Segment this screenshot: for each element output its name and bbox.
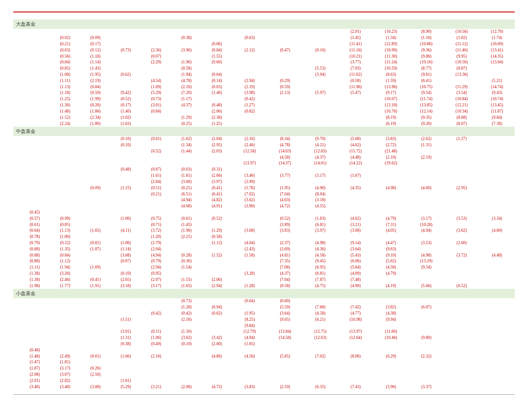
cell-1-13-0 [13, 215, 20, 222]
chart-title [13, 9, 515, 12]
cell-0-3-9: (0.47) [267, 47, 303, 53]
cell-2-12-2: (3.07) [50, 372, 80, 378]
cell-0-5-0 [13, 59, 20, 66]
cell-2-5-5: (0.11) [141, 329, 171, 335]
cell-1-6-9: (3.77) [267, 173, 303, 179]
cell-1-10-0 [13, 197, 20, 203]
cell-0-0-15: (12.76) [479, 29, 515, 35]
cell-1-3-4 [111, 154, 141, 160]
cell-1-10-9: (4.63) [267, 197, 303, 203]
cell-1-17-10: (4.98) [303, 240, 338, 246]
cell-1-17-3: (0.81) [80, 240, 110, 246]
cell-0-12-12: (13.18) [373, 102, 409, 109]
cell-2-9-4: (1.66) [111, 353, 141, 359]
cell-1-8-5: (0.51) [141, 185, 171, 191]
cell-1-11-12 [373, 203, 409, 210]
cell-0-3-3: (0.12) [80, 47, 110, 53]
cell-1-1-10: (4.21) [303, 142, 338, 148]
cell-1-6-15 [479, 173, 515, 179]
cell-0-2-5 [141, 41, 171, 47]
cell-2-13-12 [373, 377, 409, 384]
cell-0-10-6: (7.20) [171, 90, 201, 96]
cell-0-0-9 [267, 29, 303, 35]
cell-0-10-12: (9.17) [373, 90, 409, 96]
cell-0-5-3: (1.14) [80, 59, 110, 66]
cell-2-5-6: (1.56) [171, 329, 201, 335]
cell-2-14-2: (3.40) [50, 384, 80, 390]
cell-2-14-3: (3.06) [80, 384, 110, 390]
cell-1-0-5: (0.61) [141, 136, 171, 142]
cell-1-14-6: (1.45) [171, 222, 201, 228]
cell-1-23-6: (1.55) [171, 276, 201, 283]
cell-1-2-4 [111, 148, 141, 154]
cell-0-2-0 [13, 41, 20, 47]
table-row: (0.68)(1.35)(1.07)(1.14)(2.04)(2.43)(3.6… [13, 246, 515, 252]
cell-0-11-9 [267, 96, 303, 102]
cell-1-4-0 [13, 160, 20, 167]
cell-1-2-1 [20, 148, 50, 154]
cell-1-17-5: (2.79) [141, 240, 171, 246]
cell-1-12-10 [303, 209, 338, 215]
cell-2-5-9: (13.84) [267, 329, 303, 335]
cell-1-13-7: (0.52) [202, 215, 232, 222]
cell-1-5-13 [409, 167, 444, 173]
cell-0-2-15: (10.69) [479, 41, 515, 47]
cell-1-0-6: (1.62) [171, 136, 201, 142]
cell-2-0-15 [479, 298, 515, 304]
cell-2-4-1 [20, 323, 50, 329]
cell-1-5-9 [267, 167, 303, 173]
cell-0-14-5 [141, 114, 171, 121]
cell-2-14-13: (3.37) [409, 384, 444, 390]
cell-2-11-0 [13, 366, 20, 372]
cell-0-0-2 [50, 29, 80, 35]
cell-1-19-14: (3.72) [444, 252, 479, 258]
cell-1-12-11 [338, 209, 373, 215]
cell-2-4-2 [50, 323, 80, 329]
cell-1-4-1 [20, 160, 50, 167]
cell-1-12-13 [409, 209, 444, 215]
cell-1-23-15 [479, 276, 515, 283]
cell-2-1-8 [232, 304, 267, 311]
cell-1-20-10: (9.45) [303, 258, 338, 264]
cell-0-5-5: (2.29) [141, 59, 171, 66]
cell-0-3-12: (10.99) [373, 47, 409, 53]
cell-1-23-12 [373, 276, 409, 283]
cell-0-6-0 [13, 66, 20, 72]
cell-2-7-11 [338, 341, 373, 347]
cell-1-14-8 [232, 222, 267, 228]
cell-0-9-12: (13.96) [373, 84, 409, 90]
cell-0-8-12: (1.59) [373, 78, 409, 84]
cell-1-17-15 [479, 240, 515, 246]
cell-0-7-6: (1.94) [171, 72, 201, 78]
cell-0-11-2: (1.25) [50, 96, 80, 102]
cell-0-8-13: (6.41) [409, 78, 444, 84]
cell-1-8-11: (4.35) [338, 185, 373, 191]
cell-2-11-1: (1.87) [20, 366, 50, 372]
cell-0-14-9 [267, 114, 303, 121]
cell-0-2-9 [267, 41, 303, 47]
cell-2-13-0 [13, 377, 20, 384]
cell-0-12-9 [267, 102, 303, 109]
cell-1-10-7: (4.82) [202, 197, 232, 203]
cell-1-15-8: (3.08) [232, 228, 267, 234]
table-row: (0.48)(0.67)(0.03)(0.31) [13, 167, 515, 173]
cell-1-24-15 [479, 283, 515, 289]
cell-2-13-10 [303, 377, 338, 384]
cell-1-14-7 [202, 222, 232, 228]
cell-1-7-11 [338, 179, 373, 185]
cell-1-3-11: (4.48) [338, 154, 373, 160]
cell-1-8-13: (4.60) [409, 185, 444, 191]
cell-1-21-6: (1.54) [171, 264, 201, 271]
cell-0-0-12: (10.23) [373, 29, 409, 35]
cell-0-1-7 [202, 35, 232, 41]
cell-1-13-5: (0.75) [141, 215, 171, 222]
cell-2-14-6: (2.06) [171, 384, 201, 390]
cell-0-12-1 [20, 102, 50, 109]
cell-0-3-13: (9.36) [409, 47, 444, 53]
cell-2-10-14 [444, 359, 479, 366]
cell-0-4-3: (1.16) [80, 53, 110, 59]
table-row: (3.46)(3.40)(3.06)(5.29)(3.21)(2.06)(4.7… [13, 384, 515, 390]
cell-1-6-5: (1.61) [141, 173, 171, 179]
cell-1-16-6: (2.21) [171, 234, 201, 240]
cell-2-12-7 [202, 372, 232, 378]
